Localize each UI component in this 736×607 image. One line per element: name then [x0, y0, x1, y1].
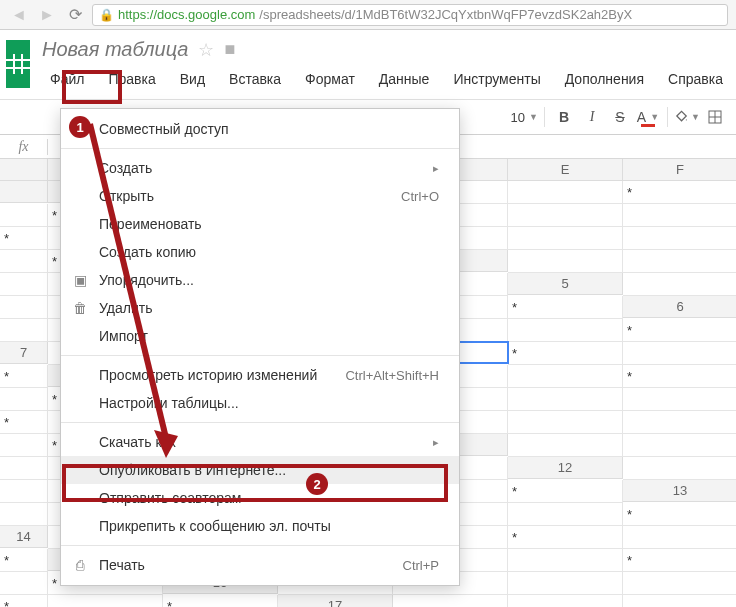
- cell[interactable]: [623, 388, 736, 411]
- cell[interactable]: [508, 595, 623, 607]
- cell[interactable]: [0, 434, 48, 457]
- cell[interactable]: [623, 273, 736, 296]
- row-header[interactable]: 5: [508, 273, 623, 295]
- cell[interactable]: [623, 457, 736, 480]
- cell[interactable]: [0, 319, 48, 342]
- cell[interactable]: [0, 296, 48, 319]
- menu-item[interactable]: Совместный доступ: [61, 115, 459, 143]
- cell[interactable]: *: [623, 319, 736, 342]
- forward-button[interactable]: ►: [36, 4, 58, 26]
- strikethrough-button[interactable]: S: [607, 104, 633, 130]
- row-header[interactable]: 6: [623, 296, 736, 318]
- menu-item[interactable]: ОткрытьCtrl+O: [61, 182, 459, 210]
- menu-item[interactable]: 🗑Удалить: [61, 294, 459, 322]
- column-header[interactable]: E: [508, 159, 623, 181]
- back-button[interactable]: ◄: [8, 4, 30, 26]
- address-bar[interactable]: 🔒 https://docs.google.com/spreadsheets/d…: [92, 4, 728, 26]
- cell[interactable]: *: [623, 503, 736, 526]
- menu-вид[interactable]: Вид: [168, 67, 217, 91]
- menu-item[interactable]: ⎙ПечатьCtrl+P: [61, 551, 459, 579]
- menu-item[interactable]: Скачать как▸: [61, 428, 459, 456]
- bold-button[interactable]: B: [551, 104, 577, 130]
- cell[interactable]: [623, 227, 736, 250]
- cell[interactable]: [0, 457, 48, 480]
- cell[interactable]: [508, 549, 623, 572]
- cell[interactable]: [508, 388, 623, 411]
- cell[interactable]: *: [508, 480, 623, 503]
- menu-item[interactable]: Опубликовать в Интернете...: [61, 456, 459, 484]
- cell[interactable]: [508, 204, 623, 227]
- cell[interactable]: [508, 503, 623, 526]
- italic-button[interactable]: I: [579, 104, 605, 130]
- menu-справка[interactable]: Справка: [656, 67, 735, 91]
- menu-item[interactable]: Импорт: [61, 322, 459, 350]
- menu-правка[interactable]: Правка: [96, 67, 167, 91]
- cell[interactable]: [0, 572, 48, 595]
- select-all-corner[interactable]: [0, 159, 48, 181]
- font-size-selector[interactable]: 10 ▼: [511, 110, 538, 125]
- cell[interactable]: *: [0, 595, 48, 607]
- cell[interactable]: *: [508, 526, 623, 549]
- menu-данные[interactable]: Данные: [367, 67, 442, 91]
- cell[interactable]: [623, 250, 736, 273]
- cell[interactable]: [623, 342, 736, 365]
- menu-item[interactable]: Просмотреть историю измененийCtrl+Alt+Sh…: [61, 361, 459, 389]
- row-header[interactable]: 14: [0, 526, 48, 548]
- cell[interactable]: [0, 273, 48, 296]
- cell[interactable]: [623, 434, 736, 457]
- cell[interactable]: [623, 572, 736, 595]
- cell[interactable]: [0, 250, 48, 273]
- menu-item[interactable]: Создать копию: [61, 238, 459, 266]
- cell[interactable]: [508, 319, 623, 342]
- menu-вставка[interactable]: Вставка: [217, 67, 293, 91]
- menu-дополнения[interactable]: Дополнения: [553, 67, 656, 91]
- menu-item[interactable]: Создать▸: [61, 154, 459, 182]
- cell[interactable]: *: [623, 365, 736, 388]
- menu-item[interactable]: Настройки таблицы...: [61, 389, 459, 417]
- cell[interactable]: [623, 526, 736, 549]
- cell[interactable]: *: [623, 181, 736, 204]
- menu-item[interactable]: Отправить соавторам: [61, 484, 459, 512]
- cell[interactable]: [0, 480, 48, 503]
- row-header[interactable]: 7: [0, 342, 48, 364]
- cell[interactable]: [508, 572, 623, 595]
- document-title[interactable]: Новая таблица: [42, 38, 188, 61]
- cell[interactable]: *: [0, 227, 48, 250]
- folder-icon[interactable]: ■: [224, 39, 235, 60]
- sheets-logo[interactable]: [6, 40, 30, 88]
- cell[interactable]: *: [0, 411, 48, 434]
- reload-button[interactable]: ⟳: [64, 4, 86, 26]
- cell[interactable]: *: [0, 549, 48, 572]
- menu-item[interactable]: Прикрепить к сообщению эл. почты: [61, 512, 459, 540]
- fill-color-button[interactable]: ▼: [674, 104, 700, 130]
- borders-button[interactable]: [702, 104, 728, 130]
- cell[interactable]: [508, 411, 623, 434]
- cell[interactable]: [508, 181, 623, 204]
- cell[interactable]: *: [623, 549, 736, 572]
- cell[interactable]: [508, 227, 623, 250]
- menu-item[interactable]: Переименовать: [61, 210, 459, 238]
- cell[interactable]: [0, 503, 48, 526]
- cell[interactable]: [508, 250, 623, 273]
- star-icon[interactable]: ☆: [198, 39, 214, 61]
- cell[interactable]: *: [163, 595, 278, 607]
- cell[interactable]: [48, 595, 163, 607]
- cell[interactable]: *: [0, 365, 48, 388]
- cell[interactable]: [393, 595, 508, 607]
- menu-формат[interactable]: Формат: [293, 67, 367, 91]
- menu-инструменты[interactable]: Инструменты: [441, 67, 552, 91]
- cell[interactable]: *: [508, 296, 623, 319]
- menu-файл[interactable]: Файл: [38, 67, 96, 91]
- cell[interactable]: [0, 388, 48, 411]
- cell[interactable]: [508, 434, 623, 457]
- cell[interactable]: [623, 204, 736, 227]
- cell[interactable]: [508, 365, 623, 388]
- row-header[interactable]: 12: [508, 457, 623, 479]
- row-header[interactable]: 13: [623, 480, 736, 502]
- column-header[interactable]: [0, 181, 48, 203]
- cell[interactable]: *: [508, 342, 623, 365]
- text-color-button[interactable]: A ▼: [635, 104, 661, 130]
- column-header[interactable]: F: [623, 159, 736, 181]
- cell[interactable]: [623, 411, 736, 434]
- menu-item[interactable]: ▣Упорядочить...: [61, 266, 459, 294]
